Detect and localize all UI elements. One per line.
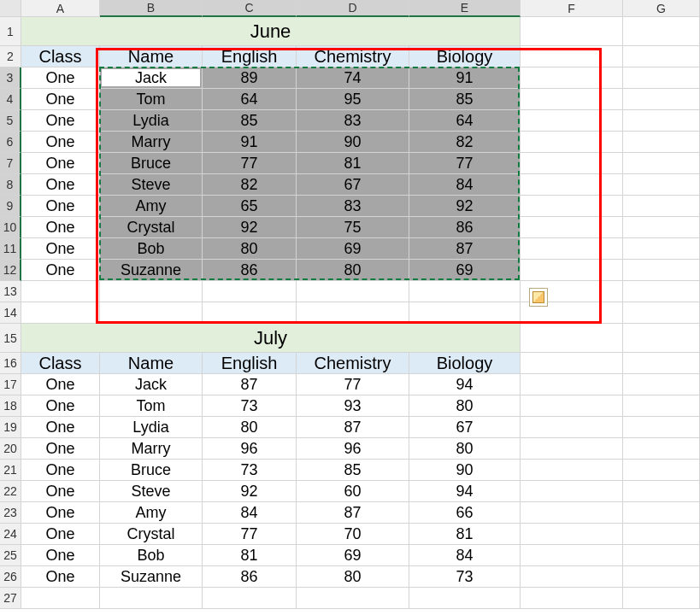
cell-A22[interactable]: One: [21, 481, 100, 502]
june-title[interactable]: June: [21, 17, 521, 46]
cell-G13[interactable]: [623, 281, 700, 302]
cell-G16[interactable]: [623, 353, 700, 374]
cell-D13[interactable]: [297, 281, 409, 302]
row-header-27[interactable]: 27: [0, 588, 21, 609]
cell-B6[interactable]: Marry: [100, 132, 203, 153]
cell-E23[interactable]: 66: [409, 502, 521, 524]
cell-G26[interactable]: [623, 566, 700, 588]
cell-B11[interactable]: Bob: [100, 238, 203, 260]
cell-C9[interactable]: 65: [203, 196, 297, 217]
cell-F18[interactable]: [521, 395, 623, 417]
cell-F12[interactable]: [521, 260, 623, 281]
cell-E25[interactable]: 84: [409, 545, 521, 566]
cell-C5[interactable]: 85: [203, 110, 297, 132]
cell-B24[interactable]: Crystal: [100, 524, 203, 545]
cell-D20[interactable]: 96: [297, 438, 409, 460]
cell-D23[interactable]: 87: [297, 502, 409, 524]
cell-D5[interactable]: 83: [297, 110, 409, 132]
column-header-G[interactable]: G: [623, 0, 700, 17]
cell-C2[interactable]: English: [203, 46, 297, 67]
column-header-D[interactable]: D: [297, 0, 409, 17]
cell-F22[interactable]: [521, 481, 623, 502]
row-header-25[interactable]: 25: [0, 545, 21, 566]
cell-F27[interactable]: [521, 588, 623, 609]
cell-D16[interactable]: Chemistry: [297, 353, 409, 374]
july-title[interactable]: July: [21, 324, 521, 353]
cell-G22[interactable]: [623, 481, 700, 502]
cell-C27[interactable]: [203, 588, 297, 609]
cell-G8[interactable]: [623, 174, 700, 196]
cell-E16[interactable]: Biology: [409, 353, 521, 374]
select-all-corner[interactable]: [0, 0, 21, 17]
row-header-7[interactable]: 7: [0, 153, 21, 174]
cell-B23[interactable]: Amy: [100, 502, 203, 524]
cell-F8[interactable]: [521, 174, 623, 196]
cell-A8[interactable]: One: [21, 174, 100, 196]
cell-A5[interactable]: One: [21, 110, 100, 132]
cell-A4[interactable]: One: [21, 89, 100, 110]
cell-C17[interactable]: 87: [203, 374, 297, 395]
cell-E7[interactable]: 77: [409, 153, 521, 174]
cell-G1[interactable]: [623, 17, 700, 46]
cell-B25[interactable]: Bob: [100, 545, 203, 566]
cell-B21[interactable]: Bruce: [100, 460, 203, 481]
cell-A21[interactable]: One: [21, 460, 100, 481]
cell-B22[interactable]: Steve: [100, 481, 203, 502]
cell-E24[interactable]: 81: [409, 524, 521, 545]
row-header-6[interactable]: 6: [0, 132, 21, 153]
cell-F3[interactable]: [521, 67, 623, 89]
cell-A2[interactable]: Class: [21, 46, 100, 67]
cell-D19[interactable]: 87: [297, 417, 409, 438]
cell-B3[interactable]: Jack: [100, 67, 203, 89]
cell-G21[interactable]: [623, 460, 700, 481]
cell-A16[interactable]: Class: [21, 353, 100, 374]
cell-F17[interactable]: [521, 374, 623, 395]
cell-C7[interactable]: 77: [203, 153, 297, 174]
cell-A3[interactable]: One: [21, 67, 100, 89]
cell-D14[interactable]: [297, 302, 409, 324]
cell-G20[interactable]: [623, 438, 700, 460]
cell-E22[interactable]: 94: [409, 481, 521, 502]
cell-A23[interactable]: One: [21, 502, 100, 524]
cell-A12[interactable]: One: [21, 260, 100, 281]
cell-G15[interactable]: [623, 324, 700, 353]
cell-G3[interactable]: [623, 67, 700, 89]
cell-A20[interactable]: One: [21, 438, 100, 460]
row-header-13[interactable]: 13: [0, 281, 21, 302]
cell-F11[interactable]: [521, 238, 623, 260]
cell-G14[interactable]: [623, 302, 700, 324]
cell-D10[interactable]: 75: [297, 217, 409, 238]
cell-C21[interactable]: 73: [203, 460, 297, 481]
cell-G11[interactable]: [623, 238, 700, 260]
cell-B7[interactable]: Bruce: [100, 153, 203, 174]
cell-D22[interactable]: 60: [297, 481, 409, 502]
cell-A6[interactable]: One: [21, 132, 100, 153]
cell-G19[interactable]: [623, 417, 700, 438]
row-header-4[interactable]: 4: [0, 89, 21, 110]
cell-F20[interactable]: [521, 438, 623, 460]
row-header-14[interactable]: 14: [0, 302, 21, 324]
cell-D17[interactable]: 77: [297, 374, 409, 395]
cell-C25[interactable]: 81: [203, 545, 297, 566]
row-header-16[interactable]: 16: [0, 353, 21, 374]
cell-F6[interactable]: [521, 132, 623, 153]
cell-E3[interactable]: 91: [409, 67, 521, 89]
cell-A7[interactable]: One: [21, 153, 100, 174]
cell-B13[interactable]: [100, 281, 203, 302]
cell-G17[interactable]: [623, 374, 700, 395]
cell-G7[interactable]: [623, 153, 700, 174]
cell-F1[interactable]: [521, 17, 623, 46]
cell-B4[interactable]: Tom: [100, 89, 203, 110]
cell-C24[interactable]: 77: [203, 524, 297, 545]
column-header-B[interactable]: B: [100, 0, 203, 17]
row-header-3[interactable]: 3: [0, 67, 21, 89]
row-header-8[interactable]: 8: [0, 174, 21, 196]
cell-D25[interactable]: 69: [297, 545, 409, 566]
cell-D12[interactable]: 80: [297, 260, 409, 281]
cell-F25[interactable]: [521, 545, 623, 566]
cell-E8[interactable]: 84: [409, 174, 521, 196]
column-header-A[interactable]: A: [21, 0, 100, 17]
cell-G18[interactable]: [623, 395, 700, 417]
cell-C10[interactable]: 92: [203, 217, 297, 238]
row-header-11[interactable]: 11: [0, 238, 21, 260]
